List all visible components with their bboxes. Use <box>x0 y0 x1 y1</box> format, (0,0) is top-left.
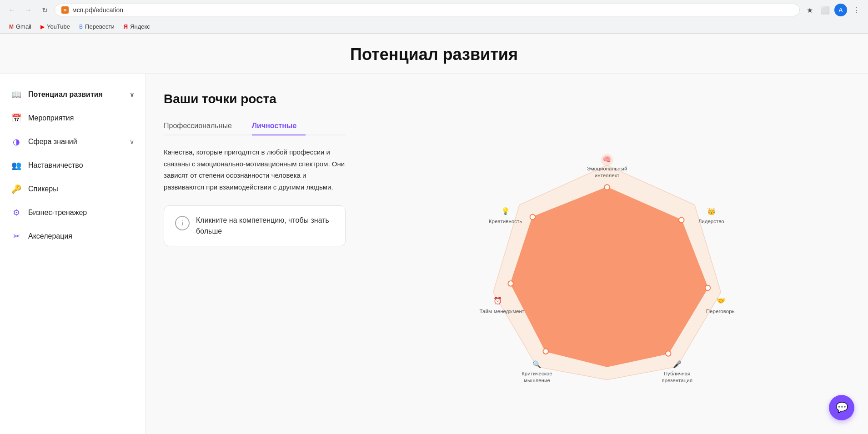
bookmark-youtube[interactable]: ▶ YouTube <box>37 22 74 31</box>
sidebar-item-acceleration[interactable]: ✂ Акселерация <box>0 224 145 248</box>
chevron-down-icon-2: ∨ <box>130 138 134 145</box>
radar-chart[interactable]: 🧠 Эмоциональный интеллект 👑 Лидерство 🤝 … <box>475 152 739 389</box>
negotiations-label: Переговоры <box>706 309 735 314</box>
sidebar-item-speakers[interactable]: 🔑 Спикеры <box>0 177 145 201</box>
sidebar-label-acceleration: Акселерация <box>28 232 134 240</box>
chat-icon: 💬 <box>836 402 848 414</box>
chat-button[interactable]: 💬 <box>829 395 854 420</box>
translate-icon: B <box>79 24 83 30</box>
sidebar-item-knowledge[interactable]: ◑ Сфера знаний ∨ <box>0 130 145 154</box>
sidebar-label-knowledge: Сфера знаний <box>28 138 123 146</box>
tab-personal[interactable]: Личностные <box>252 117 306 135</box>
calendar-icon: 📅 <box>11 113 22 124</box>
page-title: Потенциал развития <box>0 45 868 64</box>
sphere-icon: ◑ <box>11 136 22 147</box>
sidebar-label-events: Мероприятия <box>28 114 134 122</box>
description-text: Качества, которые пригодятся в любой про… <box>164 146 346 193</box>
youtube-icon: ▶ <box>40 24 45 30</box>
public-label-line1: Публичная <box>663 371 690 376</box>
bookmark-translate-label: Перевести <box>85 23 115 30</box>
acceleration-icon: ✂ <box>11 231 22 242</box>
main-content: Ваши точки роста Профессиональные Личнос… <box>146 74 868 434</box>
critical-label-line2: мышление <box>523 377 550 383</box>
tabs-container: Профессиональные Личностные <box>164 117 346 135</box>
sidebar-item-events[interactable]: 📅 Мероприятия <box>0 106 145 130</box>
sidebar-label-mentoring: Наставничество <box>28 161 134 170</box>
leadership-label: Лидерство <box>698 219 724 224</box>
gmail-icon: M <box>9 24 14 30</box>
public-label-line2: презентация <box>662 377 692 383</box>
page-title-bar: Потенциал развития <box>0 34 868 74</box>
dot-creativity[interactable] <box>530 214 535 219</box>
dot-public[interactable] <box>666 351 671 356</box>
browser-toolbar: ← → ↻ м мсп.рф/education ★ ⬜ A ⋮ <box>0 0 868 20</box>
split-screen-button[interactable]: ⬜ <box>819 4 832 16</box>
chevron-down-icon: ∨ <box>130 91 134 98</box>
tab-professional[interactable]: Профессиональные <box>164 117 241 135</box>
radar-container: 🧠 Эмоциональный интеллект 👑 Лидерство 🤝 … <box>364 92 850 434</box>
bookmark-gmail-label: Gmail <box>16 23 31 30</box>
negotiations-icon: 🤝 <box>716 296 725 305</box>
left-panel: Ваши точки роста Профессиональные Личнос… <box>164 92 346 434</box>
sidebar-item-potential[interactable]: 📖 Потенциал развития ∨ <box>0 83 145 106</box>
bookmark-youtube-label: YouTube <box>47 23 70 30</box>
public-icon: 🎤 <box>672 359 682 368</box>
critical-label-line1: Критическое <box>522 371 552 376</box>
address-bar[interactable]: м мсп.рф/education <box>55 4 800 16</box>
emotional-label-line2: интеллект <box>594 172 619 178</box>
bookmarks-bar: M Gmail ▶ YouTube B Перевести Я Яндекс <box>0 20 868 34</box>
site-favicon: м <box>61 6 69 14</box>
profile-button[interactable]: A <box>834 4 847 16</box>
sidebar-label-trainer: Бизнес-тренажер <box>28 209 134 217</box>
section-title: Ваши точки роста <box>164 92 346 106</box>
dot-time[interactable] <box>508 281 513 286</box>
bookmark-star-button[interactable]: ★ <box>803 4 816 16</box>
emotional-icon: 🧠 <box>602 155 612 164</box>
sidebar-item-mentoring[interactable]: 👥 Наставничество <box>0 154 145 177</box>
leadership-icon: 👑 <box>707 206 716 215</box>
book-icon: 📖 <box>11 89 22 100</box>
sidebar-item-trainer[interactable]: ⚙ Бизнес-тренажер <box>0 201 145 224</box>
info-text: Кликните на компетенцию, чтобы знать бол… <box>196 215 334 237</box>
bookmark-translate[interactable]: B Перевести <box>75 22 118 31</box>
browser-chrome: ← → ↻ м мсп.рф/education ★ ⬜ A ⋮ M Gmail… <box>0 0 868 34</box>
content-area: Ваши точки роста Профессиональные Личнос… <box>146 74 868 434</box>
info-box: i Кликните на компетенцию, чтобы знать б… <box>164 205 346 246</box>
sidebar-label-speakers: Спикеры <box>28 185 134 193</box>
dot-negotiations[interactable] <box>705 285 710 290</box>
mentoring-icon: 👥 <box>11 160 22 171</box>
page-container: 📖 Потенциал развития ∨ 📅 Мероприятия ◑ С… <box>0 74 868 434</box>
time-icon: ⏰ <box>493 296 502 305</box>
menu-button[interactable]: ⋮ <box>850 4 863 16</box>
dot-critical[interactable] <box>543 349 548 354</box>
dot-emotional[interactable] <box>604 185 610 190</box>
creativity-icon: 💡 <box>501 206 510 215</box>
bookmark-gmail[interactable]: M Gmail <box>5 22 35 31</box>
yandex-icon: Я <box>124 23 128 30</box>
creativity-label: Креативность <box>488 219 522 224</box>
critical-icon: 🔍 <box>532 359 542 368</box>
forward-button[interactable]: → <box>22 4 35 16</box>
back-button[interactable]: ← <box>5 4 18 16</box>
url-text: мсп.рф/education <box>72 6 793 14</box>
emotional-label-line1: Эмоциональный <box>587 166 627 171</box>
sidebar: 📖 Потенциал развития ∨ 📅 Мероприятия ◑ С… <box>0 74 146 434</box>
trainer-icon: ⚙ <box>11 207 22 218</box>
dot-leadership[interactable] <box>678 217 684 223</box>
sidebar-label-potential: Потенциал развития <box>28 90 123 99</box>
browser-right-icons: ★ ⬜ A ⋮ <box>803 4 863 16</box>
info-icon: i <box>175 216 190 230</box>
bookmark-yandex-label: Яндекс <box>130 23 150 30</box>
time-label: Тайм-менеджмент <box>479 309 524 314</box>
reload-button[interactable]: ↻ <box>38 4 51 16</box>
bookmark-yandex[interactable]: Я Яндекс <box>120 22 154 31</box>
speakers-icon: 🔑 <box>11 184 22 195</box>
